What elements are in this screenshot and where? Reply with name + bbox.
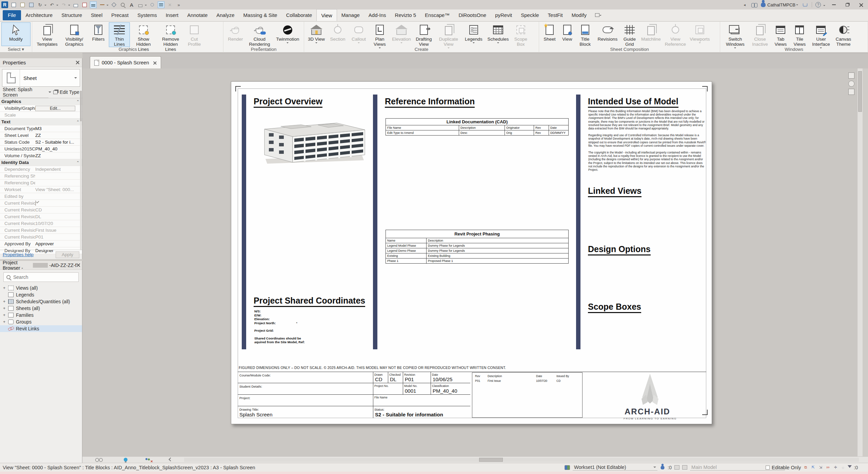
reveal-hidden-elements-icon[interactable]	[95, 458, 103, 461]
dropdown-caret-icon[interactable]	[145, 5, 147, 7]
property-row[interactable]: Volume / SystemZZ	[0, 152, 82, 159]
user-interface-button[interactable]: User Interface	[809, 22, 833, 50]
worksets-icon[interactable]	[158, 1, 164, 8]
tab-file[interactable]: File	[3, 10, 21, 20]
revisions-button[interactable]: Revisions	[595, 22, 620, 46]
type-selector[interactable]: Sheet	[2, 69, 80, 87]
expand-icon[interactable]: +	[3, 320, 6, 324]
expand-icon[interactable]: +	[3, 306, 6, 311]
sheet-button[interactable]: Sheet	[540, 22, 559, 46]
select-underlay-icon[interactable]: ⇱	[810, 465, 816, 470]
tab-precast[interactable]: Precast	[107, 9, 133, 21]
property-row[interactable]: Uniclass2015CodePM_40_40	[0, 146, 82, 152]
collapse-section-icon[interactable]: ⌃	[77, 161, 79, 164]
new-document-icon[interactable]	[10, 1, 17, 8]
schedules-button[interactable]: Schedules	[485, 22, 511, 46]
switch-windows-button[interactable]: Switch Windows	[722, 22, 749, 50]
property-row[interactable]: Visibility/Graphic...Edit...	[0, 105, 82, 112]
filter-icon[interactable]	[848, 465, 852, 470]
navigation-wheel-icon[interactable]	[848, 73, 854, 79]
tab-enscape[interactable]: Enscape™	[420, 9, 454, 21]
tab-testfit[interactable]: TestFit	[544, 9, 567, 21]
modify-button[interactable]: Modify	[1, 22, 31, 46]
temporary-hide-isolate-icon[interactable]	[124, 458, 127, 461]
collapse-section-icon[interactable]: ⌃	[77, 100, 79, 103]
search-icon[interactable]	[751, 3, 757, 7]
property-row[interactable]: Sheet LevelZZ	[0, 132, 82, 139]
view-templates-button[interactable]: View Templates	[34, 22, 61, 47]
tab-manage[interactable]: Manage	[337, 9, 364, 21]
plan-views-button[interactable]: Plan Views	[369, 22, 390, 50]
revit-logo-icon[interactable]: R	[1, 1, 8, 8]
zoom-tool-icon[interactable]	[848, 81, 854, 87]
tab-structure[interactable]: Structure	[57, 9, 86, 21]
close-button[interactable]	[856, 1, 866, 8]
legends-button[interactable]: Legends	[462, 22, 485, 46]
expand-icon[interactable]: +	[3, 286, 6, 290]
panel-label-presentation[interactable]: Presentation	[223, 46, 304, 53]
panel-label-create[interactable]: Create	[304, 46, 539, 53]
app-store-cart-icon[interactable]	[802, 1, 808, 8]
tab-insert[interactable]: Insert	[161, 9, 183, 21]
horizontal-scrollbar[interactable]	[184, 458, 859, 462]
restore-button[interactable]	[842, 1, 852, 8]
canvas-theme-button[interactable]: Canvas Theme	[833, 22, 854, 47]
tab-revizto[interactable]: Revizto 5	[391, 9, 421, 21]
expand-icon[interactable]: +	[3, 313, 6, 317]
thin-lines-button[interactable]: Thin Lines	[109, 22, 130, 47]
sheet-paper[interactable]: Project Overview	[231, 81, 712, 424]
reveal-constraints-icon[interactable]	[145, 458, 151, 462]
close-tab-icon[interactable]	[153, 61, 157, 65]
dropdown-caret-icon[interactable]	[68, 5, 70, 7]
find-icon[interactable]	[119, 1, 126, 8]
tab-annotate[interactable]: Annotate	[183, 9, 212, 21]
text-icon[interactable]: A	[128, 1, 135, 8]
nav-options-icon[interactable]	[848, 89, 854, 95]
guide-grid-button[interactable]: Guide Grid	[620, 22, 639, 47]
tab-modify[interactable]: Modify	[567, 9, 591, 21]
property-section[interactable]: Graphics⌃	[0, 98, 82, 105]
drag-elements-icon[interactable]: ✛	[833, 465, 838, 470]
select-pinned-icon[interactable]: ⇲	[818, 465, 823, 470]
tab-add-ins[interactable]: Add-Ins	[364, 9, 391, 21]
dropdown-caret-icon[interactable]	[56, 5, 58, 7]
dashed-circle-icon[interactable]: ◌	[840, 465, 846, 470]
tab-speckle[interactable]: Speckle	[516, 9, 543, 21]
ribbon-display-toggle[interactable]	[592, 9, 604, 21]
place-view-button[interactable]: View	[559, 22, 576, 46]
tab-pyrevit[interactable]: pyRevit	[491, 9, 516, 21]
tree-item-views[interactable]: +Views (all)	[0, 285, 82, 291]
filters-button[interactable]: Filters	[88, 22, 109, 46]
close-hidden-windows-icon[interactable]: ✕	[166, 1, 173, 8]
section-icon[interactable]	[149, 1, 156, 8]
expand-icon[interactable]: +	[3, 299, 6, 304]
select-links-icon[interactable]: ⧉	[803, 465, 808, 470]
editable-only-checkbox[interactable]	[766, 466, 770, 470]
tree-item-families[interactable]: +Families	[0, 312, 82, 318]
tab-architecture[interactable]: Architecture	[21, 9, 57, 21]
property-section[interactable]: Identity Data⌃	[0, 159, 82, 166]
properties-scrollbar[interactable]	[80, 91, 82, 250]
tab-steel[interactable]: Steel	[86, 9, 107, 21]
dimension-icon[interactable]	[99, 1, 105, 8]
property-row[interactable]: Status CodeS2 - Suitable for i...	[0, 139, 82, 146]
tile-views-button[interactable]: Tile Views	[790, 22, 809, 47]
browser-search-box[interactable]	[3, 272, 79, 282]
tab-views-button[interactable]: Tab Views	[771, 22, 790, 47]
edit-type-button[interactable]: Edit Type	[53, 89, 79, 95]
tab-collaborate[interactable]: Collaborate	[282, 9, 317, 21]
drafting-view-button[interactable]: Drafting View	[413, 22, 435, 47]
tree-item-legends[interactable]: Legends	[0, 291, 82, 298]
close-project-browser-icon[interactable]	[76, 263, 79, 267]
tab-systems[interactable]: Systems	[133, 9, 161, 21]
cloud-rendering-button[interactable]: Cloud Rendering	[246, 22, 273, 50]
print-icon[interactable]	[72, 1, 79, 8]
vg-edit-button[interactable]: Edit...	[35, 106, 75, 111]
dropdown-caret-icon[interactable]	[823, 5, 825, 7]
design-options-list-icon[interactable]	[674, 465, 679, 470]
apply-button[interactable]: Apply	[56, 251, 79, 258]
tab-dirootsone[interactable]: DiRootsOne	[454, 9, 491, 21]
tag-icon[interactable]	[111, 1, 117, 8]
redo-icon[interactable]: ↷	[60, 1, 67, 8]
select-by-face-icon[interactable]: ⇰	[825, 465, 831, 470]
